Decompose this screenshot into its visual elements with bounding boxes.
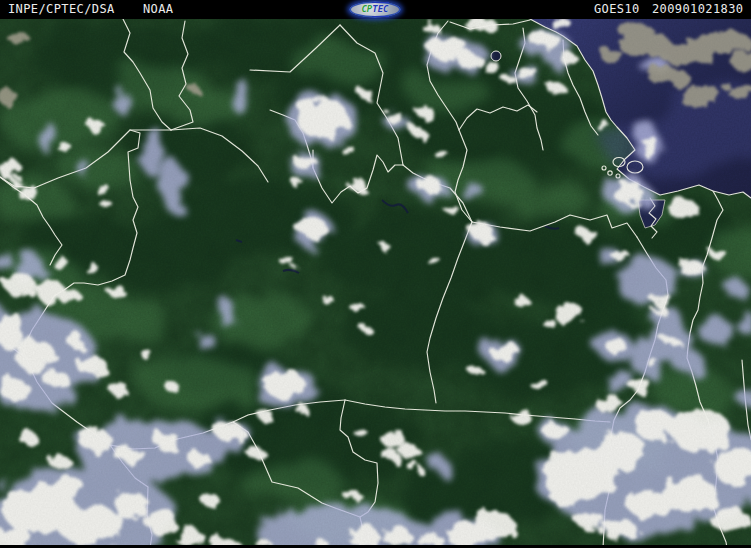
satellite-image [0, 0, 751, 548]
timestamp-label: 200901021830 [652, 0, 744, 19]
cptec-logo: CPTEC [349, 1, 401, 18]
cptec-logo-text-cp: CP [361, 3, 372, 16]
agency-label: INPE/CPTEC/DSA [8, 0, 115, 19]
cptec-logo-text-tec: TEC [372, 2, 388, 17]
satellite-label: GOES10 [594, 0, 640, 19]
noaa-label: NOAA [143, 0, 174, 19]
satellite-viewer: INPE/CPTEC/DSA NOAA CPTEC GOES10 2009010… [0, 0, 751, 548]
global-grain [0, 19, 751, 548]
title-bar: INPE/CPTEC/DSA NOAA CPTEC GOES10 2009010… [0, 0, 751, 19]
